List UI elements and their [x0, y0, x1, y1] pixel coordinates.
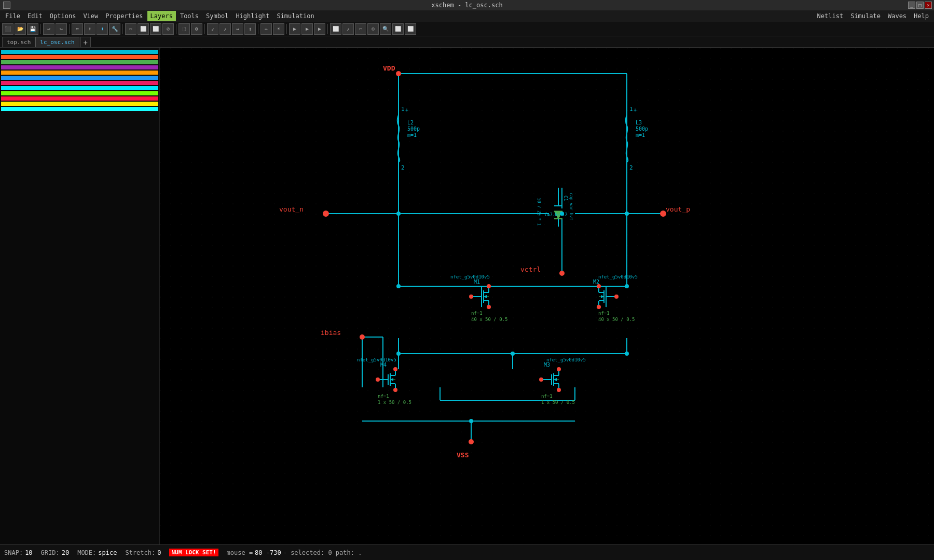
svg-point-94: [557, 367, 561, 371]
svg-text:1: 1: [401, 106, 405, 113]
toolbar: ⬛ 📂 💾 ↩ ↪ ⬅ ⬆ ⬆ 🔧 ✂ ⬜ ⬜ ⊘ ⬚ ⚙ ↙ ↗ ↔ ↕ ✏ …: [0, 22, 934, 36]
tool-copy[interactable]: ⬜: [138, 23, 149, 35]
svg-point-79: [597, 305, 601, 309]
svg-text:L2: L2: [407, 120, 414, 125]
tab-lc-osc-sch-label: lc_osc.sch: [40, 39, 74, 46]
tool-delete[interactable]: ⊘: [162, 23, 174, 35]
mouse-label: mouse =: [227, 549, 253, 556]
window-controls[interactable]: _ □ ✕: [908, 2, 932, 9]
svg-text:vout_p: vout_p: [666, 205, 690, 213]
svg-text:50 / 20 * 1: 50 / 20 * 1: [537, 198, 541, 226]
tool-wire[interactable]: ↙: [207, 23, 218, 35]
svg-point-117: [396, 71, 401, 76]
svg-text:M1: M1: [474, 279, 480, 285]
tool-zoom-fit[interactable]: 🔍: [380, 23, 391, 35]
svg-text:500p: 500p: [636, 126, 648, 132]
menu-symbol[interactable]: Symbol: [203, 11, 231, 21]
snap-label: SNAP:: [4, 549, 23, 556]
tool-sep2: [69, 24, 70, 34]
tab-add-button[interactable]: +: [80, 37, 91, 47]
tool-draw-line[interactable]: ✏: [260, 23, 272, 35]
svg-point-78: [597, 284, 601, 288]
svg-text:nf=1: nf=1: [378, 394, 389, 399]
tool-paste[interactable]: ⬜: [150, 23, 161, 35]
menu-layers[interactable]: Layers: [147, 11, 176, 21]
menu-highlight[interactable]: Highlight: [232, 11, 272, 21]
tool-arc[interactable]: ↗: [342, 23, 354, 35]
tool-label[interactable]: ↔: [232, 23, 243, 35]
tool-run1[interactable]: ▶: [289, 23, 300, 35]
num-lock-badge: NUM LOCK SET!: [169, 549, 218, 556]
tool-snap[interactable]: ⬜: [392, 23, 404, 35]
tool-zoom-out[interactable]: ⬆: [84, 23, 95, 35]
tool-new[interactable]: ⬛: [2, 23, 13, 35]
menu-file[interactable]: File: [2, 11, 23, 21]
tool-select[interactable]: 🔧: [109, 23, 120, 35]
svg-point-62: [487, 284, 491, 288]
left-panel: [0, 48, 160, 544]
tool-sun[interactable]: ☀: [273, 23, 284, 35]
svg-point-96: [539, 377, 543, 382]
window-title: xschem - lc_osc.sch: [431, 2, 502, 9]
mode-label: MODE:: [77, 549, 96, 556]
svg-point-64: [469, 295, 473, 299]
tool-sep3: [122, 24, 123, 34]
svg-text:nfet_g5v0d10v5: nfet_g5v0d10v5: [598, 274, 638, 279]
tool-ellipse[interactable]: ⊙: [367, 23, 379, 35]
tool-run3[interactable]: ▶: [314, 23, 325, 35]
close-button[interactable]: ✕: [925, 2, 932, 9]
svg-text:M3: M3: [544, 362, 550, 368]
menu-waves[interactable]: Waves: [885, 11, 910, 21]
canvas-area[interactable]: 1 + 2 L2 500p m=1 1 + 2 L3 500p m=1: [160, 48, 934, 544]
tab-top-sch[interactable]: top.sch: [2, 37, 35, 47]
svg-text:40 x 50 / 0.5: 40 x 50 / 0.5: [598, 317, 635, 322]
titlebar: xschem - lc_osc.sch _ □ ✕: [0, 0, 934, 10]
svg-text:nfet_g5v0d10v5: nfet_g5v0d10v5: [450, 274, 490, 279]
svg-text:C=7.6e-12: C=7.6e-12: [545, 213, 568, 217]
tool-circle[interactable]: ⌒: [355, 23, 366, 35]
tool-open[interactable]: 📂: [15, 23, 26, 35]
mouse-item: mouse = 80 -730 - selected: 0 path: .: [227, 549, 362, 556]
svg-text:M2: M2: [593, 279, 599, 285]
tool-sep5: [204, 24, 205, 34]
tool-rotate[interactable]: ⬚: [178, 23, 190, 35]
svg-point-125: [559, 271, 565, 276]
svg-point-129: [396, 212, 401, 216]
svg-point-134: [625, 284, 629, 288]
svg-text:1 x 50 / 0.5: 1 x 50 / 0.5: [378, 400, 411, 405]
tool-cut[interactable]: ✂: [125, 23, 136, 35]
tool-mirror[interactable]: ⚙: [191, 23, 202, 35]
maximize-button[interactable]: □: [916, 2, 924, 9]
tool-sep8: [327, 24, 328, 34]
menu-simulate[interactable]: Simulate: [847, 11, 884, 21]
tool-pan[interactable]: ⬆: [97, 23, 108, 35]
menu-netlist[interactable]: Netlist: [814, 11, 847, 21]
tool-pin[interactable]: ↕: [244, 23, 256, 35]
minimize-button[interactable]: _: [908, 2, 915, 9]
menu-edit[interactable]: Edit: [24, 11, 46, 21]
svg-text:vout_n: vout_n: [279, 205, 304, 213]
tool-rect[interactable]: ⬜: [330, 23, 341, 35]
menu-view[interactable]: View: [80, 11, 101, 21]
svg-point-131: [396, 352, 401, 356]
menu-options[interactable]: Options: [47, 11, 79, 21]
menu-tools[interactable]: Tools: [177, 11, 202, 21]
tool-grid[interactable]: ⬜: [405, 23, 416, 35]
menu-help[interactable]: Help: [911, 11, 932, 21]
tool-run2[interactable]: ▶: [301, 23, 313, 35]
window-icon: [3, 2, 10, 9]
tool-bus[interactable]: ↗: [219, 23, 231, 35]
svg-text:nf=1: nf=1: [541, 394, 553, 399]
tool-save[interactable]: 💾: [27, 23, 38, 35]
menu-properties[interactable]: Properties: [102, 11, 146, 21]
svg-text:nf=1: nf=1: [598, 311, 610, 316]
svg-point-111: [393, 388, 397, 392]
tool-undo[interactable]: ↩: [43, 23, 54, 35]
tab-lc-osc-sch[interactable]: lc_osc.sch: [35, 37, 79, 47]
tool-redo[interactable]: ↪: [56, 23, 67, 35]
grid-value: 20: [62, 549, 69, 556]
menu-simulation[interactable]: Simulation: [273, 11, 317, 21]
svg-text:1 x 50 / 0.5: 1 x 50 / 0.5: [541, 400, 575, 405]
svg-point-137: [560, 212, 564, 216]
tool-zoom-in[interactable]: ⬅: [72, 23, 83, 35]
